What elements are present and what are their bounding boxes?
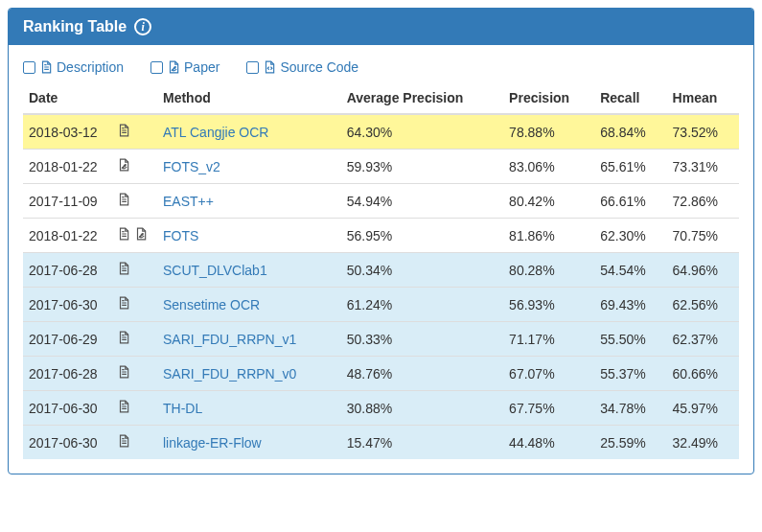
table-row: 2018-01-22FOTS56.95%81.86%62.30%70.75% — [23, 219, 739, 253]
legend-source-code[interactable]: Source Code — [246, 59, 358, 75]
method-link[interactable]: linkage-ER-Flow — [163, 435, 262, 451]
method-link[interactable]: SARI_FDU_RRPN_v1 — [163, 332, 296, 347]
file-text-icon — [39, 59, 53, 75]
file-text-icon[interactable] — [117, 226, 130, 242]
file-text-icon[interactable] — [117, 261, 130, 276]
file-text-icon[interactable] — [117, 433, 130, 449]
panel-header: Ranking Table i — [9, 9, 753, 45]
cell-precision: 80.28% — [503, 253, 594, 288]
cell-icons — [111, 322, 157, 357]
checkbox-icon — [150, 61, 163, 74]
method-link[interactable]: SCUT_DLVClab1 — [163, 263, 267, 278]
cell-avg-precision: 48.76% — [341, 357, 503, 391]
cell-recall: 34.78% — [594, 391, 666, 426]
legend-paper[interactable]: Paper — [150, 59, 219, 75]
legend-description[interactable]: Description — [23, 59, 124, 75]
col-header-method[interactable]: Method — [157, 82, 341, 114]
file-text-icon[interactable] — [117, 330, 130, 345]
table-row: 2017-06-28SCUT_DLVClab150.34%80.28%54.54… — [23, 253, 739, 288]
file-pdf-icon[interactable] — [117, 157, 130, 173]
cell-avg-precision: 15.47% — [341, 426, 503, 460]
cell-avg-precision: 50.34% — [341, 253, 503, 288]
method-link[interactable]: EAST++ — [163, 194, 214, 209]
file-text-icon[interactable] — [117, 399, 130, 414]
cell-recall: 54.54% — [594, 253, 666, 288]
cell-avg-precision: 61.24% — [341, 288, 503, 322]
checkbox-icon — [23, 61, 35, 74]
file-text-icon[interactable] — [117, 364, 130, 380]
table-row: 2017-06-30Sensetime OCR61.24%56.93%69.43… — [23, 288, 739, 322]
info-icon[interactable]: i — [134, 18, 151, 35]
cell-date: 2017-06-30 — [23, 288, 111, 322]
cell-recall: 66.61% — [594, 184, 666, 219]
table-row: 2018-01-22FOTS_v259.93%83.06%65.61%73.31… — [23, 150, 739, 184]
file-text-icon[interactable] — [117, 192, 130, 207]
cell-date: 2017-06-28 — [23, 357, 111, 391]
cell-hmean: 73.31% — [667, 150, 739, 184]
cell-avg-precision: 56.95% — [341, 219, 503, 253]
col-header-avg-precision[interactable]: Average Precision — [341, 82, 503, 114]
cell-icons — [111, 391, 157, 426]
cell-icons — [111, 114, 157, 150]
legend-label: Paper — [184, 59, 219, 75]
col-header-recall[interactable]: Recall — [594, 82, 666, 114]
cell-method: EAST++ — [157, 184, 341, 219]
cell-hmean: 64.96% — [667, 253, 739, 288]
method-link[interactable]: FOTS — [163, 228, 198, 243]
cell-recall: 69.43% — [594, 288, 666, 322]
col-header-precision[interactable]: Precision — [503, 82, 594, 114]
cell-method: SARI_FDU_RRPN_v1 — [157, 322, 341, 357]
cell-precision: 44.48% — [503, 426, 594, 460]
table-row: 2017-11-09EAST++54.94%80.42%66.61%72.86% — [23, 184, 739, 219]
cell-precision: 67.75% — [503, 391, 594, 426]
cell-precision: 67.07% — [503, 357, 594, 391]
cell-icons — [111, 219, 157, 253]
cell-method: FOTS_v2 — [157, 150, 341, 184]
ranking-panel: Ranking Table i Description Paper Source… — [8, 8, 754, 474]
cell-hmean: 60.66% — [667, 357, 739, 391]
cell-date: 2017-06-30 — [23, 426, 111, 460]
cell-precision: 81.86% — [503, 219, 594, 253]
cell-method: SARI_FDU_RRPN_v0 — [157, 357, 341, 391]
cell-recall: 25.59% — [594, 426, 666, 460]
cell-avg-precision: 54.94% — [341, 184, 503, 219]
file-pdf-icon[interactable] — [134, 226, 148, 242]
table-row: 2017-06-29SARI_FDU_RRPN_v150.33%71.17%55… — [23, 322, 739, 357]
cell-hmean: 73.52% — [667, 114, 739, 150]
table-row: 2017-06-30linkage-ER-Flow15.47%44.48%25.… — [23, 426, 739, 460]
cell-hmean: 72.86% — [667, 184, 739, 219]
table-row: 2017-06-28SARI_FDU_RRPN_v048.76%67.07%55… — [23, 357, 739, 391]
legend: Description Paper Source Code — [23, 59, 739, 75]
table-row: 2018-03-12ATL Cangjie OCR64.30%78.88%68.… — [23, 114, 739, 150]
cell-hmean: 62.37% — [667, 322, 739, 357]
cell-method: ATL Cangjie OCR — [157, 114, 341, 150]
cell-method: SCUT_DLVClab1 — [157, 253, 341, 288]
method-link[interactable]: Sensetime OCR — [163, 297, 260, 312]
file-code-icon — [263, 59, 276, 75]
cell-icons — [111, 150, 157, 184]
method-link[interactable]: SARI_FDU_RRPN_v0 — [163, 366, 296, 382]
cell-date: 2017-11-09 — [23, 184, 111, 219]
cell-precision: 83.06% — [503, 150, 594, 184]
cell-date: 2017-06-28 — [23, 253, 111, 288]
cell-precision: 80.42% — [503, 184, 594, 219]
cell-recall: 65.61% — [594, 150, 666, 184]
panel-title: Ranking Table — [23, 18, 127, 35]
col-header-date[interactable]: Date — [23, 82, 157, 114]
cell-date: 2018-03-12 — [23, 114, 111, 150]
col-header-hmean[interactable]: Hmean — [667, 82, 739, 114]
cell-avg-precision: 64.30% — [341, 114, 503, 150]
cell-recall: 62.30% — [594, 219, 666, 253]
cell-precision: 71.17% — [503, 322, 594, 357]
cell-precision: 78.88% — [503, 114, 594, 150]
cell-hmean: 32.49% — [667, 426, 739, 460]
legend-label: Description — [57, 59, 124, 75]
method-link[interactable]: TH-DL — [163, 401, 202, 416]
file-text-icon[interactable] — [117, 123, 130, 138]
method-link[interactable]: FOTS_v2 — [163, 159, 220, 174]
cell-hmean: 45.97% — [667, 391, 739, 426]
cell-method: linkage-ER-Flow — [157, 426, 341, 460]
cell-method: Sensetime OCR — [157, 288, 341, 322]
file-text-icon[interactable] — [117, 295, 130, 311]
method-link[interactable]: ATL Cangjie OCR — [163, 125, 268, 140]
